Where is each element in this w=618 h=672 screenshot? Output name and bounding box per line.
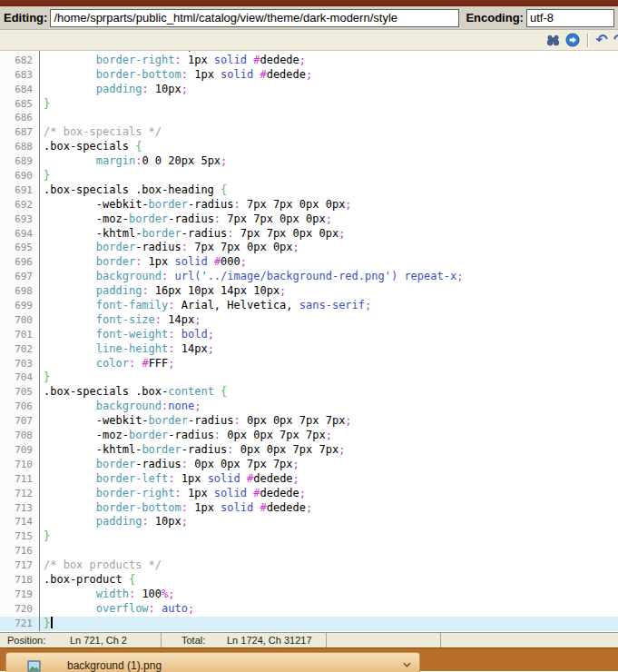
code-text: border-right: 1px solid #dedede; <box>40 487 618 501</box>
code-line[interactable]: 718.box-product { <box>0 573 618 588</box>
code-line[interactable]: 721} <box>0 617 618 631</box>
find-icon[interactable] <box>544 32 561 48</box>
code-line[interactable]: 684 padding: 10px; <box>0 83 618 97</box>
encoding-input[interactable] <box>526 9 614 27</box>
code-line[interactable]: 712 border-right: 1px solid #dedede; <box>0 487 618 501</box>
code-token: ; <box>338 227 345 240</box>
status-total-cell: Total: Ln 1724, Ch 31217 <box>162 633 327 647</box>
code-token: : <box>168 342 174 355</box>
code-token: 0px 0px 7px 7px <box>240 414 346 427</box>
code-line[interactable]: 707 -webkit-border-radius: 0px 0px 7px 7… <box>0 414 618 429</box>
code-token <box>44 515 96 528</box>
code-token: } <box>44 97 50 110</box>
code-text: -webkit-border-radius: 7px 7px 0px 0px; <box>40 198 618 212</box>
code-token: : <box>149 602 155 615</box>
code-editor[interactable]: 681 border-left: 1px solid #dedede;682 b… <box>0 51 618 632</box>
code-token: : <box>234 414 240 427</box>
code-line[interactable]: 694 -khtml-border-radius: 7px 7px 0px 0p… <box>0 227 618 242</box>
code-token: } <box>44 617 50 629</box>
code-line[interactable]: 708 -moz-border-radius: 0px 0px 7px 7px; <box>0 429 618 443</box>
line-number: 692 <box>0 198 40 212</box>
code-token <box>44 602 96 615</box>
code-line[interactable]: 685} <box>0 97 618 112</box>
code-text: -khtml-border-radius: 7px 7px 0px 0px; <box>40 227 618 242</box>
code-line[interactable]: 704} <box>0 371 618 385</box>
code-token: -radius <box>181 443 228 456</box>
image-file-icon <box>27 659 41 672</box>
code-line[interactable]: 719 width: 100%; <box>0 588 618 602</box>
code-token: border-right <box>96 487 175 499</box>
line-number: 703 <box>0 357 40 371</box>
code-token: 0px 0px 7px 7px <box>234 443 339 456</box>
code-line[interactable]: 687/* box-specials */ <box>0 125 618 140</box>
line-number: 721 <box>0 617 40 631</box>
code-text: border-left: 1px solid #dedede; <box>40 472 618 487</box>
line-number: 704 <box>0 371 40 385</box>
code-text: margin:0 0 20px 5px; <box>40 154 618 169</box>
code-token: 1px <box>181 54 214 66</box>
encoding-label: Encoding: <box>466 11 524 25</box>
code-text: border-bottom: 1px solid #dedede; <box>40 68 618 83</box>
code-line[interactable]: 699 font-family: Arial, Helvetica, sans-… <box>0 299 618 313</box>
code-line[interactable]: 696 border: 1px solid #000; <box>0 255 618 270</box>
code-line[interactable]: 693 -moz-border-radius: 7px 7px 0px 0px; <box>0 212 618 227</box>
code-line[interactable]: 688.box-specials { <box>0 140 618 154</box>
code-line[interactable]: 714 padding: 10px; <box>0 515 618 529</box>
code-line[interactable]: 702 line-height: 14px; <box>0 342 618 357</box>
code-token: .box-specials .box-heading <box>44 183 221 196</box>
code-token: -webkit- <box>44 198 149 211</box>
code-line[interactable]: 697 background: url('../image/background… <box>0 270 618 284</box>
code-line[interactable]: 720 overflow: auto; <box>0 602 618 617</box>
go-to-line-icon[interactable] <box>564 32 581 48</box>
code-line[interactable]: 701 font-weight: bold; <box>0 328 618 342</box>
code-line[interactable]: 691.box-specials .box-heading { <box>0 183 618 198</box>
download-item-button[interactable]: background (1).png <box>5 652 420 672</box>
line-number: 698 <box>0 284 40 299</box>
code-line[interactable]: 710 border-radius: 0px 0px 7px 7px; <box>0 458 618 472</box>
code-token: 1px <box>188 501 221 514</box>
code-text: padding: 10px; <box>40 515 618 529</box>
code-token: auto <box>162 602 188 615</box>
code-line[interactable]: 711 border-left: 1px solid #dedede; <box>0 472 618 487</box>
code-line[interactable]: 713 border-bottom: 1px solid #dedede; <box>0 501 618 516</box>
code-line[interactable]: 690} <box>0 169 618 183</box>
code-token: -radius <box>168 212 214 225</box>
code-token: ; <box>293 241 299 253</box>
code-token: ; <box>345 414 351 427</box>
code-line[interactable]: 683 border-bottom: 1px solid #dedede; <box>0 68 618 83</box>
code-line[interactable]: 706 background:none; <box>0 400 618 414</box>
code-token: border-bottom <box>96 68 181 81</box>
code-text: overflow: auto; <box>40 602 618 617</box>
code-line[interactable]: 698 padding: 16px 10px 14px 10px; <box>0 284 618 299</box>
code-line[interactable]: 689 margin:0 0 20px 5px; <box>0 154 618 169</box>
code-token: : <box>168 328 174 341</box>
code-token: -radius <box>135 458 181 470</box>
code-token: 0px 0px 7px 7px <box>221 429 326 441</box>
code-token: : <box>142 83 148 95</box>
code-line[interactable]: 686 <box>0 111 618 125</box>
code-line[interactable]: 700 font-size: 14px; <box>0 313 618 328</box>
code-line[interactable]: 703 color: #FFF; <box>0 357 618 371</box>
code-line[interactable]: 682 border-right: 1px solid #dedede; <box>0 54 618 68</box>
code-token: border-right <box>96 54 175 66</box>
code-line[interactable]: 695 border-radius: 7px 7px 0px 0px; <box>0 241 618 255</box>
line-number: 696 <box>0 255 40 270</box>
code-line[interactable]: 709 -khtml-border-radius: 0px 0px 7px 7p… <box>0 443 618 458</box>
code-line[interactable]: 716 <box>0 544 618 558</box>
undo-icon[interactable]: ↶ <box>593 32 610 48</box>
code-token: : <box>142 515 148 528</box>
file-path-input[interactable] <box>50 9 459 27</box>
redo-icon[interactable]: ↷ <box>613 32 618 48</box>
code-line[interactable]: 692 -webkit-border-radius: 7px 7px 0px 0… <box>0 198 618 212</box>
code-line[interactable]: 717/* box products */ <box>0 558 618 573</box>
code-text <box>40 544 618 558</box>
code-line[interactable]: 705.box-specials .box-content { <box>0 385 618 400</box>
code-line[interactable]: 715} <box>0 529 618 544</box>
line-number: 697 <box>0 270 40 284</box>
code-token: -khtml- <box>44 227 142 240</box>
line-number: 693 <box>0 212 40 227</box>
code-token <box>44 154 96 167</box>
code-token <box>44 299 96 311</box>
download-dropdown-chevron-icon[interactable] <box>399 657 414 672</box>
code-token: { <box>221 183 227 196</box>
